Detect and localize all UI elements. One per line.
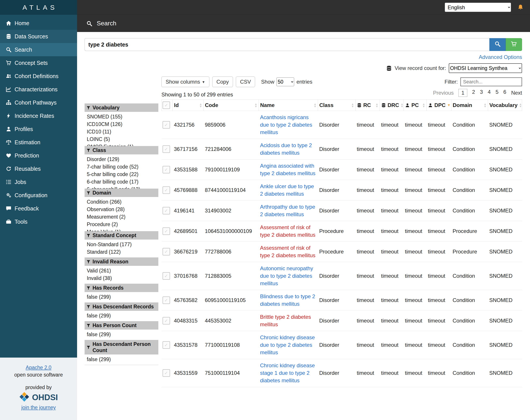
facet-item[interactable]: 6-char billing code (17): [87, 178, 158, 185]
row-checkbox[interactable]: ✓: [162, 317, 170, 324]
row-checkbox[interactable]: ✓: [162, 207, 170, 214]
table-row: ✓ 43531578 771000119108 Chronic kidney d…: [162, 331, 522, 359]
sidebar-item-cohort-definitions[interactable]: Cohort Definitions: [0, 70, 77, 83]
column-header-pc[interactable]: PC ▼ ▲▼: [404, 100, 427, 111]
sidebar-item-incidence-rates[interactable]: Incidence Rates: [0, 109, 77, 122]
pagination-page[interactable]: 5: [496, 89, 499, 97]
pagination-page[interactable]: 2: [472, 89, 475, 97]
facet-item[interactable]: ICD10 (11): [87, 128, 158, 135]
row-checkbox[interactable]: ✓: [162, 145, 170, 153]
apache-license-link[interactable]: Apache 2.0: [26, 365, 51, 371]
facet-item[interactable]: Meas Value (1): [87, 228, 158, 231]
facet-item[interactable]: Procedure (2): [87, 221, 158, 228]
dpc-cell: timeout: [428, 187, 445, 193]
facet-item[interactable]: Invalid (38): [87, 274, 158, 282]
column-header-id[interactable]: Id ▼ ▲▼: [173, 100, 204, 111]
sidebar-item-concept-sets[interactable]: Concept Sets: [0, 56, 77, 70]
sidebar-item-configuration[interactable]: Configuration: [0, 189, 77, 202]
concept-name-link[interactable]: Chronic kidney disease due to type 2 dia…: [260, 335, 315, 355]
row-checkbox[interactable]: ✓: [162, 186, 170, 194]
concept-name-link[interactable]: Chronic kidney disease stage 1 due to ty…: [260, 363, 315, 383]
row-checkbox[interactable]: ✓: [162, 296, 170, 304]
facet-item[interactable]: SNOMED (155): [87, 113, 158, 120]
column-header-rc[interactable]: RC ▼ ▲▼: [355, 100, 380, 111]
column-header-domain[interactable]: Domain ▼ ▲▼: [451, 100, 488, 111]
concept-name-link[interactable]: Blindness due to type 2 diabetes mellitu…: [260, 293, 315, 307]
column-header-vocabulary[interactable]: Vocabulary ▼ ▲▼: [488, 100, 522, 111]
pagination-next[interactable]: Next: [511, 90, 522, 96]
filter-input[interactable]: [460, 77, 522, 86]
concept-name-link[interactable]: Assessment of risk of type 2 diabetes me…: [260, 245, 316, 258]
facet-item[interactable]: Non-Standard (177): [87, 241, 158, 248]
sidebar-item-estimation[interactable]: Estimation: [0, 136, 77, 149]
column-header-class[interactable]: Class ▼ ▲▼: [318, 100, 355, 111]
language-select[interactable]: English: [445, 3, 511, 12]
check-icon: ✓: [164, 249, 168, 254]
facet-item[interactable]: 7-char billing code (52): [87, 163, 158, 170]
facet-item[interactable]: OMOP Extension (1): [87, 143, 158, 146]
join-the-journey-link[interactable]: join the journey: [21, 405, 56, 410]
facet-item[interactable]: Disorder (129): [87, 155, 158, 163]
concept-name-link[interactable]: Angina associated with type 2 diabetes m…: [260, 163, 316, 176]
facet-item[interactable]: false (299): [87, 293, 158, 301]
row-checkbox[interactable]: ✓: [162, 272, 170, 280]
sidebar-item-reusables[interactable]: Reusables: [0, 162, 77, 175]
concept-name-link[interactable]: Assessment of risk of type 2 diabetes me…: [260, 224, 316, 238]
record-count-source-select[interactable]: OHDSI Learning Synthea: [449, 63, 522, 73]
row-checkbox[interactable]: ✓: [162, 227, 170, 235]
facet-item[interactable]: Valid (261): [87, 267, 158, 274]
notifications-bell-icon[interactable]: [517, 4, 524, 11]
sidebar-item-search[interactable]: Search: [0, 43, 77, 56]
facet-item[interactable]: ICD10CM (126): [87, 120, 158, 128]
facet-item[interactable]: false (299): [87, 312, 158, 319]
sidebar-item-data-sources[interactable]: Data Sources: [0, 30, 77, 43]
pagination-page[interactable]: 4: [488, 89, 491, 97]
row-checkbox[interactable]: ✓: [162, 166, 170, 173]
sidebar-item-jobs[interactable]: Jobs: [0, 175, 77, 189]
column-header-name[interactable]: Name ▼ ▲▼: [259, 100, 318, 111]
sidebar-item-characterizations[interactable]: Characterizations: [0, 83, 77, 96]
row-checkbox[interactable]: ✓: [162, 248, 170, 255]
concept-name-link[interactable]: Arthropathy due to type 2 diabetes melli…: [260, 204, 315, 217]
pagination-previous[interactable]: Previous: [433, 90, 454, 96]
facet-item[interactable]: Condition (266): [87, 198, 158, 206]
facet-item[interactable]: false (299): [87, 331, 158, 338]
sidebar-item-profiles[interactable]: Profiles: [0, 122, 77, 136]
concept-name-link[interactable]: Autonomic neuropathy due to type 2 diabe…: [260, 265, 313, 286]
select-all-checkbox[interactable]: ✓: [162, 101, 170, 109]
search-input[interactable]: [85, 38, 489, 51]
add-to-concept-set-button[interactable]: [506, 38, 522, 51]
row-checkbox[interactable]: ✓: [162, 369, 170, 377]
sidebar-item-prediction[interactable]: Prediction: [0, 149, 77, 162]
row-checkbox[interactable]: ✓: [162, 341, 170, 349]
sidebar-item-feedback[interactable]: Feedback: [0, 202, 77, 215]
sidebar-item-tools[interactable]: Tools: [0, 215, 77, 228]
facet-item[interactable]: Standard (122): [87, 248, 158, 256]
pagination-page[interactable]: 6: [503, 89, 506, 97]
advanced-options-link[interactable]: Advanced Options: [479, 54, 522, 60]
concept-name-link[interactable]: Ankle ulcer due to type 2 diabetes melli…: [260, 183, 314, 197]
facet-item[interactable]: false (299): [87, 356, 158, 363]
csv-button[interactable]: CSV: [236, 77, 255, 87]
page-size-select[interactable]: 50: [277, 77, 294, 86]
sidebar-item-home[interactable]: Home: [0, 16, 77, 30]
concept-name-link[interactable]: Brittle type 2 diabetes mellitus: [260, 314, 311, 327]
pagination-page[interactable]: 1: [458, 89, 467, 97]
facet-item[interactable]: Measurement (2): [87, 213, 158, 221]
search-submit-button[interactable]: [489, 38, 506, 51]
concept-name-link[interactable]: Acidosis due to type 2 diabetes mellitus: [260, 142, 312, 156]
facet-item[interactable]: Observation (28): [87, 206, 158, 213]
copy-button[interactable]: Copy: [212, 77, 233, 87]
show-columns-button[interactable]: Show columns ▼: [162, 77, 209, 87]
column-header-code[interactable]: Code ▼ ▲▼: [204, 100, 259, 111]
column-header-dpc[interactable]: DPC ▼ ▲▼: [427, 100, 451, 111]
sidebar-item-cohort-pathways[interactable]: Cohort Pathways: [0, 96, 77, 109]
facet-item[interactable]: 5-char billing code (22): [87, 170, 158, 178]
column-header-drc[interactable]: DRC ▼ ▲▼: [380, 100, 404, 111]
pagination-page[interactable]: 3: [480, 89, 483, 97]
facet-item[interactable]: LOINC (5): [87, 135, 158, 143]
row-checkbox[interactable]: ✓: [162, 121, 170, 129]
facet-item[interactable]: 6-char nonbill code (12): [87, 185, 158, 189]
concept-name-link[interactable]: Acanthosis nigricans due to type 2 diabe…: [260, 114, 312, 135]
showing-entries-text: Showing 1 to 50 of 299 entries: [162, 92, 233, 98]
